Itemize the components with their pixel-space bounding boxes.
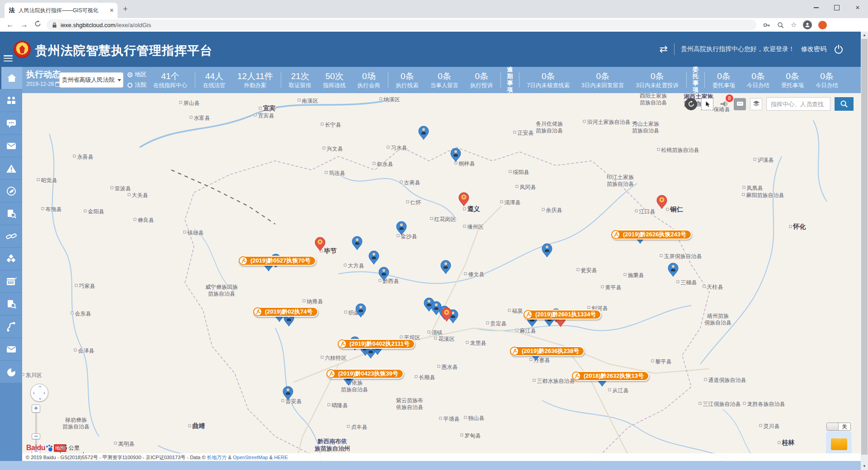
bookmark-star-icon[interactable]: ☆ xyxy=(791,21,797,29)
case-label[interactable]: (2019)黔2626执恢243号 xyxy=(611,230,692,240)
maximize-button[interactable] xyxy=(826,0,847,15)
pan-down-icon[interactable]: ⌄ xyxy=(38,395,42,401)
scroll-up-icon[interactable]: ▲ xyxy=(861,32,868,39)
stats-date[interactable]: 2019-12-26 xyxy=(26,81,61,87)
radio-region[interactable]: 地区 xyxy=(127,70,146,79)
zoom-in-button[interactable]: + xyxy=(32,404,40,413)
page-scrollbar[interactable]: ▲ ▼ xyxy=(861,32,868,470)
case-label[interactable]: (2019)黔0423执恢39号 xyxy=(326,369,404,379)
person-marker[interactable] xyxy=(351,236,363,250)
key-icon[interactable] xyxy=(763,21,770,29)
person-marker[interactable] xyxy=(355,303,367,318)
court-selector-dropdown[interactable]: 贵州省高级人民法院 xyxy=(59,72,123,88)
person-marker[interactable] xyxy=(396,221,407,235)
stat-item[interactable]: 0条当事人留言 xyxy=(425,71,465,89)
sidebar-item-mail[interactable] xyxy=(0,135,22,157)
minimize-button[interactable] xyxy=(806,0,826,15)
person-marker[interactable] xyxy=(418,126,429,140)
url-text[interactable]: iexe.shgbitcloud.com/iexe/a/oldGis xyxy=(61,22,151,28)
browser-tab[interactable]: 法 人民法院执行指挥——GIS可视化 ✕ xyxy=(5,3,118,18)
stat-item[interactable]: 50次指挥连线 xyxy=(317,71,352,89)
gis-map[interactable]: 屏山县水富县宜宾宜宾县南溪区纳溪区长宁县兴文县筠连县叙永县古蔺县习水县桐梓县正安… xyxy=(22,93,861,461)
new-tab-button[interactable]: + xyxy=(123,5,128,14)
sidebar-item-route[interactable] xyxy=(0,315,22,338)
court-marker[interactable] xyxy=(314,237,326,251)
zoom-icon[interactable] xyxy=(777,21,784,29)
case-label[interactable]: (2019)黔2601执1334号 xyxy=(524,310,601,320)
stat-item[interactable]: 0条委托事项 xyxy=(707,71,741,89)
search-button[interactable] xyxy=(835,97,854,111)
case-label[interactable]: (2019)黔0527执恢70号 xyxy=(239,256,316,266)
stat-item[interactable]: 0条执行投诉 xyxy=(464,71,499,89)
sidebar-item-cubes[interactable] xyxy=(0,248,22,270)
stat-item[interactable]: 0条3日内未回复留言 xyxy=(576,71,630,89)
switch-icon[interactable]: ⇄ xyxy=(660,43,668,55)
map-pan-control[interactable]: ⌃ ⌄ ‹ › xyxy=(30,384,48,402)
case-label[interactable]: (2019)黔0402执2111号 xyxy=(338,339,415,349)
refresh-icon[interactable] xyxy=(34,20,41,29)
zoom-slider-handle[interactable]: − xyxy=(32,433,40,439)
stat-item[interactable]: 0条今日办结 xyxy=(741,71,775,89)
forward-icon[interactable]: → xyxy=(20,20,28,29)
sidebar-item-service[interactable] xyxy=(0,180,22,202)
extension-icon[interactable] xyxy=(818,21,827,29)
court-marker[interactable] xyxy=(458,192,470,207)
radio-court[interactable]: 法院 xyxy=(127,81,146,89)
profile-avatar[interactable] xyxy=(803,20,812,29)
cursor-tool-icon[interactable] xyxy=(701,98,713,110)
logout-power-icon[interactable] xyxy=(833,43,844,55)
sidebar-item-alert[interactable] xyxy=(0,157,22,179)
stat-item[interactable]: 21次取证留痕 xyxy=(283,71,317,89)
stat-item[interactable]: 41个在线指挥中心 xyxy=(147,71,193,89)
radio-unselected-icon[interactable] xyxy=(127,83,132,88)
voice-broadcast-icon[interactable]: 8 xyxy=(717,98,730,110)
change-password-link[interactable]: 修改密码 xyxy=(801,45,826,53)
address-pill[interactable]: iexe.shgbitcloud.com/iexe/a/oldGis xyxy=(47,19,756,30)
menu-hamburger-icon[interactable] xyxy=(4,55,13,61)
person-marker[interactable] xyxy=(378,267,390,281)
zoom-slider-track[interactable] xyxy=(35,413,37,448)
pan-left-icon[interactable]: ‹ xyxy=(33,390,35,395)
pan-right-icon[interactable]: › xyxy=(43,390,45,395)
attribution-link[interactable]: HERE xyxy=(274,455,288,460)
stat-item[interactable]: 0条执行线索 xyxy=(390,71,425,89)
sidebar-item-link[interactable] xyxy=(0,225,22,247)
pan-up-icon[interactable]: ⌃ xyxy=(38,385,42,391)
court-marker[interactable] xyxy=(656,195,668,209)
toggle-knob[interactable] xyxy=(827,423,839,430)
case-label[interactable]: (2019)黔2636执238号 xyxy=(510,346,585,356)
case-label[interactable]: (2018)黔2632执恢13号 xyxy=(572,371,649,381)
stat-item[interactable]: 0条7日内未核查线索 xyxy=(521,71,576,89)
radio-selected-icon[interactable] xyxy=(127,72,132,77)
tab-close-icon[interactable]: ✕ xyxy=(109,7,114,14)
message-icon[interactable] xyxy=(734,98,746,110)
sidebar-item-home[interactable] xyxy=(0,67,22,89)
case-label[interactable]: (2019)黔02执74号 xyxy=(253,307,318,317)
sidebar-item-mail-2[interactable] xyxy=(0,338,22,360)
stat-item[interactable]: 0场执行会商 xyxy=(352,71,386,89)
panel-toggle[interactable]: 关 xyxy=(826,423,851,431)
sidebar-item-doc-search[interactable] xyxy=(0,202,22,225)
person-marker[interactable] xyxy=(440,260,452,274)
person-marker[interactable] xyxy=(368,250,380,265)
attribution-link[interactable]: OpenStreetMap xyxy=(233,455,268,460)
close-window-button[interactable]: ✕ xyxy=(847,0,868,15)
back-icon[interactable]: ← xyxy=(6,20,14,29)
scrollbar-thumb[interactable] xyxy=(861,39,868,455)
person-marker[interactable] xyxy=(450,148,462,162)
history-icon[interactable] xyxy=(685,98,697,110)
court-marker[interactable] xyxy=(441,307,453,322)
stat-item[interactable]: 0条今日办结 xyxy=(810,71,844,89)
sidebar-item-calendar[interactable] xyxy=(0,270,22,292)
sidebar-item-chat[interactable] xyxy=(0,112,22,134)
search-input[interactable] xyxy=(766,97,830,111)
stat-item[interactable]: 0条3日内未处置投诉 xyxy=(630,71,684,89)
stat-item[interactable]: 44人在线法官 xyxy=(197,71,231,89)
stat-item[interactable]: 12人11件外勤办案 xyxy=(231,71,279,89)
stat-item[interactable]: 0条受托事项 xyxy=(775,71,810,89)
sidebar-item-doc-search-2[interactable] xyxy=(0,293,22,315)
layers-icon[interactable] xyxy=(750,98,762,110)
person-marker[interactable] xyxy=(667,263,679,277)
person-marker[interactable] xyxy=(282,386,294,400)
scroll-down-icon[interactable]: ▼ xyxy=(861,463,868,470)
